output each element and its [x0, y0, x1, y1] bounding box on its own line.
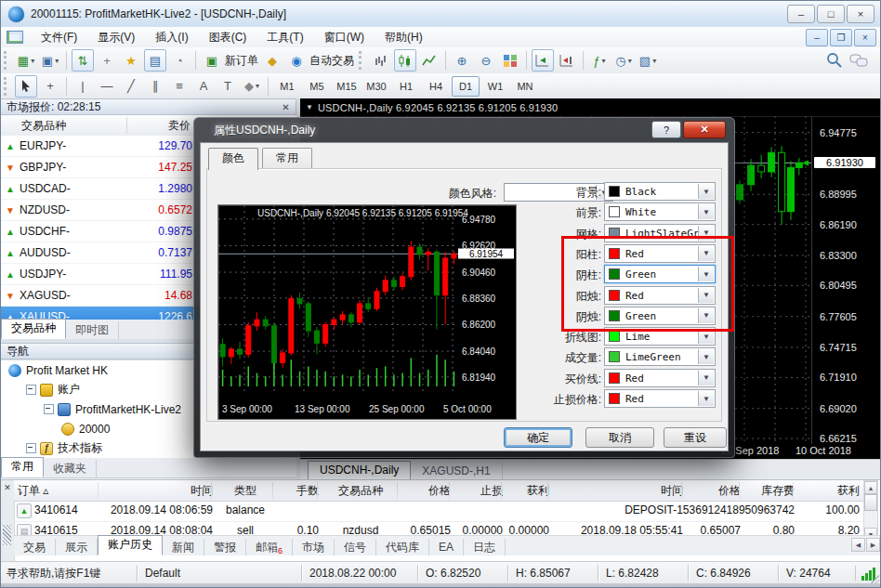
terminal-tab-邮箱[interactable]: 邮箱6: [246, 539, 293, 555]
color-setting-select-7[interactable]: Lime▼: [604, 327, 716, 346]
timeframe-h1[interactable]: H1: [392, 76, 420, 97]
line-chart-icon[interactable]: [418, 49, 440, 72]
menu-item[interactable]: 窗口(W): [314, 27, 375, 47]
timeframe-w1[interactable]: W1: [481, 76, 509, 97]
terminal-column-6[interactable]: 止损: [454, 483, 503, 499]
chart-window-header[interactable]: ▼ USDCNH-,Daily 6.92045 6.92135 6.91205 …: [300, 98, 881, 117]
chart-tab[interactable]: XAGUSD-,H1: [411, 463, 502, 479]
toolbar-grip[interactable]: [4, 77, 9, 96]
ok-button[interactable]: 确定: [504, 427, 572, 448]
color-setting-select-0[interactable]: Black▼: [604, 182, 716, 201]
history-center-icon[interactable]: ◔: [168, 49, 191, 72]
crosshair-icon[interactable]: +: [96, 49, 118, 72]
terminal-column-2[interactable]: 类型: [217, 483, 274, 499]
terminal-column-9[interactable]: 价格: [687, 483, 741, 499]
scroll-up-icon[interactable]: ▲: [864, 481, 877, 494]
terminal-column-3[interactable]: 手数: [278, 483, 319, 499]
restore-button[interactable]: □: [817, 5, 845, 23]
candlestick-chart-icon[interactable]: [394, 49, 416, 72]
help-button[interactable]: ?: [651, 121, 681, 138]
collapse-icon[interactable]: [26, 443, 36, 453]
hline-icon[interactable]: —: [96, 75, 118, 98]
terminal-tab-信号[interactable]: 信号: [335, 539, 376, 555]
chevron-down-icon[interactable]: ▼: [698, 288, 714, 303]
timeframe-m30[interactable]: M30: [362, 76, 390, 97]
terminal-tab-代码库[interactable]: 代码库: [376, 539, 429, 555]
color-setting-select-5[interactable]: Red▼: [604, 286, 716, 305]
dialog-tab-colors[interactable]: 颜色: [208, 148, 258, 170]
trendline-icon[interactable]: ╱: [120, 75, 142, 98]
terminal-column-7[interactable]: 获利: [506, 483, 549, 499]
terminal-scrollbar[interactable]: ▲ ▼: [863, 480, 878, 542]
chart-price-axis[interactable]: 6.947756.919306.889956.861906.833006.804…: [811, 116, 881, 444]
window-titlebar[interactable]: 20001115: ProfitMarketHK-Live2 - [USDCNH…: [1, 1, 881, 28]
terminal-tab-交易[interactable]: 交易: [14, 539, 56, 555]
timeframe-m5[interactable]: M5: [303, 76, 331, 97]
toolbar-grip[interactable]: [4, 51, 9, 70]
auto-trading-label[interactable]: 自动交易: [309, 53, 354, 69]
tick-chart-icon[interactable]: ⇅: [72, 49, 94, 72]
scroll-right-icon[interactable]: ▶: [866, 538, 880, 552]
timeframe-d1[interactable]: D1: [452, 76, 480, 97]
chevron-down-icon[interactable]: ▼: [698, 391, 714, 406]
color-setting-select-1[interactable]: White▼: [604, 203, 716, 221]
chart-shift-icon[interactable]: [556, 49, 578, 72]
terminal-tab-EA[interactable]: EA: [429, 539, 464, 555]
indicators-icon[interactable]: ƒ▾: [588, 49, 611, 72]
new-chart-icon[interactable]: ▦▾: [15, 49, 37, 72]
timeframe-m15[interactable]: M15: [333, 76, 361, 97]
vline-icon[interactable]: |: [72, 75, 94, 98]
color-setting-select-8[interactable]: LimeGreen▼: [604, 347, 716, 366]
chevron-down-icon[interactable]: ▼: [698, 204, 714, 219]
terminal-tab-警报[interactable]: 警报: [204, 539, 246, 555]
menu-item[interactable]: 插入(I): [145, 27, 198, 47]
terminal-column-8[interactable]: 时间: [553, 483, 683, 499]
terminal-tab-账户历史[interactable]: 账户历史: [98, 535, 163, 555]
timeframe-h4[interactable]: H4: [422, 76, 450, 97]
periods-icon[interactable]: ◷▾: [612, 49, 635, 72]
terminal-column-10[interactable]: 库存费: [744, 483, 795, 499]
navigator-tab[interactable]: 常用: [1, 457, 44, 477]
bar-chart-icon[interactable]: [370, 49, 392, 72]
market-watch-tab[interactable]: 交易品种: [1, 319, 66, 339]
terminal-column-4[interactable]: 交易品种: [322, 483, 399, 499]
close-button[interactable]: ×: [847, 5, 874, 23]
terminal-column-11[interactable]: 获利: [798, 483, 860, 499]
tile-windows-icon[interactable]: [499, 49, 521, 72]
navigator-tab[interactable]: 收藏夹: [44, 460, 97, 477]
new-order-icon[interactable]: ▣: [201, 49, 223, 72]
text-icon[interactable]: A: [192, 75, 215, 98]
drag-handle[interactable]: [3, 525, 11, 545]
templates-icon[interactable]: ▧▾: [637, 49, 659, 72]
search-icon[interactable]: [823, 49, 846, 72]
menu-item[interactable]: 工具(T): [256, 27, 313, 47]
mdi-close-button[interactable]: ×: [854, 29, 876, 46]
fibonacci-icon[interactable]: ≡: [168, 75, 191, 98]
color-setting-select-4[interactable]: Green▼: [604, 265, 716, 283]
terminal-tab-新闻[interactable]: 新闻: [163, 539, 204, 555]
chevron-down-icon[interactable]: ▼: [698, 246, 714, 261]
terminal-column-5[interactable]: 价格: [402, 483, 451, 499]
mdi-restore-button[interactable]: ❐: [830, 29, 852, 46]
label-icon[interactable]: T: [217, 75, 239, 98]
new-order-label[interactable]: 新订单: [225, 53, 258, 69]
menu-item[interactable]: 文件(F): [31, 27, 87, 47]
collapse-icon[interactable]: [44, 404, 54, 414]
chevron-down-icon[interactable]: ▼: [698, 226, 714, 241]
column-symbol[interactable]: 交易品种: [21, 118, 66, 134]
chevron-down-icon[interactable]: ▼: [306, 103, 313, 111]
color-setting-select-9[interactable]: Red▼: [604, 369, 716, 387]
terminal-tab-市场[interactable]: 市场: [293, 539, 335, 555]
mdi-minimize-button[interactable]: –: [806, 29, 828, 46]
color-setting-select-2[interactable]: LightSlateGr▼: [604, 224, 716, 242]
chevron-down-icon[interactable]: ▼: [698, 267, 714, 281]
chevron-down-icon[interactable]: ▼: [698, 349, 714, 364]
publisher-icon[interactable]: ◆: [261, 49, 283, 72]
market-watch-icon[interactable]: ▤: [144, 49, 166, 72]
close-icon[interactable]: ✕: [280, 101, 292, 113]
reset-button[interactable]: 重设: [664, 427, 727, 448]
menu-item[interactable]: 图表(C): [199, 27, 257, 47]
shapes-icon[interactable]: ◆▾: [241, 75, 263, 98]
crosshair-tool-icon[interactable]: +: [39, 75, 61, 98]
chevron-down-icon[interactable]: ▼: [698, 329, 714, 344]
